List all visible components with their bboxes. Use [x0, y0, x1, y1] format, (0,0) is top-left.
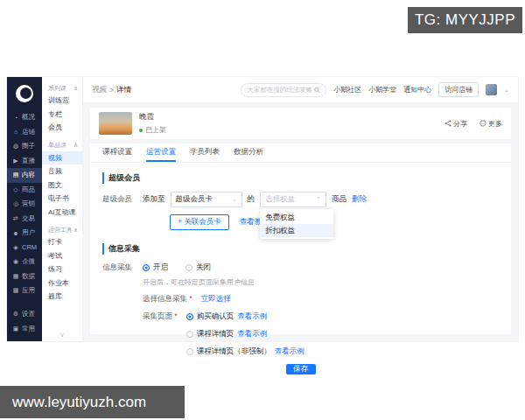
- sidebar-item-apps[interactable]: ▩应用: [7, 284, 42, 298]
- nav-item-camp[interactable]: 训练营: [42, 94, 82, 108]
- breadcrumb-current: 详情: [116, 85, 131, 95]
- chevron-up-icon: ⌃: [316, 196, 321, 203]
- course-meta: 晚霞 已上架: [139, 112, 166, 135]
- nav-item-ai-course[interactable]: AI互动课: [42, 206, 82, 220]
- sidebar-item-data[interactable]: ▦数据: [7, 270, 42, 284]
- content-area: 晚霞 已上架 分享 更多: [83, 103, 518, 341]
- sidebar-item-frequent[interactable]: ▣常用: [7, 322, 42, 337]
- sidebar-item-label: 常用: [22, 325, 35, 333]
- link-notification-center[interactable]: 通知中心: [403, 85, 431, 94]
- more-button[interactable]: 更多: [480, 119, 502, 129]
- nav-item-video[interactable]: 视频: [42, 151, 82, 165]
- sidebar-item-label: 店铺: [22, 128, 35, 136]
- search-box[interactable]: [241, 83, 326, 97]
- nav-item-exam[interactable]: 考试: [42, 249, 82, 263]
- sidebar-item-marketing[interactable]: ◎营销: [7, 197, 42, 212]
- rights-select[interactable]: 选择权益 ⌃: [260, 192, 326, 207]
- page-option-course-detail-optional[interactable]: 课程详情页（非强制） 查看示例: [186, 346, 304, 357]
- nav-item-ebook[interactable]: 电子书: [42, 192, 82, 206]
- member-card-select[interactable]: 超级会员卡 ⌄: [171, 192, 242, 207]
- page-option-purchase-confirm[interactable]: 购买确认页 查看示例: [186, 312, 304, 322]
- radio-off-icon[interactable]: [186, 264, 192, 271]
- sidebar-item-settings[interactable]: ⚙设置: [7, 307, 42, 322]
- radio-disable-label: 关闭: [196, 262, 211, 273]
- sidebar-item-label: 内容: [22, 171, 35, 179]
- chevron-down-icon[interactable]: ⌄: [504, 87, 509, 94]
- nav-group-single[interactable]: 单品课∧: [42, 140, 82, 151]
- radio-off-icon[interactable]: [186, 348, 193, 355]
- marketing-icon: ◎: [12, 200, 19, 207]
- view-example-link[interactable]: 查看示例: [237, 329, 267, 340]
- info-collect-row: 信息采集 开启 关闭: [102, 262, 499, 273]
- link-member-card-button[interactable]: + 关联会员卡: [170, 214, 229, 230]
- collapse-icon: ∧: [74, 227, 78, 234]
- link-xiaoe-community[interactable]: 小鹅社区: [333, 85, 361, 94]
- save-button[interactable]: 保存: [286, 364, 316, 374]
- nav-item-question-bank[interactable]: 题库: [42, 290, 82, 304]
- rights-select-placeholder: 选择权益: [265, 194, 295, 205]
- brand-logo: [16, 85, 33, 102]
- delete-link[interactable]: 删除: [352, 194, 367, 205]
- nav-item-audio[interactable]: 音频: [42, 164, 82, 178]
- shop-icon: ⌂: [12, 129, 19, 135]
- tab-data-analysis[interactable]: 数据分析: [234, 144, 263, 162]
- rights-option-discount[interactable]: 折扣权益: [260, 224, 333, 237]
- more-icon: [480, 120, 486, 127]
- choose-now-link[interactable]: 立即选择: [201, 294, 231, 304]
- nav-more-chevron-icon[interactable]: ∨: [42, 332, 82, 341]
- search-icon: [314, 87, 320, 94]
- course-title: 晚霞: [139, 112, 166, 122]
- trade-icon: ⇄: [12, 215, 19, 222]
- sidebar-item-users[interactable]: ☻用户: [7, 226, 42, 241]
- avatar[interactable]: [486, 84, 497, 95]
- nav-item-article[interactable]: 图文: [42, 178, 82, 192]
- tab-operation-settings[interactable]: 运营设置: [146, 144, 176, 162]
- tab-course-settings[interactable]: 课程设置: [102, 144, 132, 162]
- sidebar-item-goods[interactable]: ◇商品: [7, 183, 42, 198]
- card-actions: 分享 更多: [444, 119, 502, 129]
- sidebar-item-content[interactable]: ▤内容: [7, 168, 42, 183]
- sidebar-item-label: 设置: [22, 310, 35, 318]
- view-example-link[interactable]: 查看示例: [275, 346, 304, 357]
- rights-option-free[interactable]: 免费权益: [260, 211, 333, 224]
- sidebar-item-crm[interactable]: ◈CRM: [7, 241, 42, 256]
- nav-item-column[interactable]: 专栏: [42, 108, 82, 122]
- top-bar: 视频 > 详情 小鹅社区 小鹅学堂 通知中心 访问店铺 ⌄: [83, 77, 518, 103]
- collapse-icon: ∧: [74, 85, 78, 92]
- search-input[interactable]: [247, 86, 312, 94]
- share-icon: [444, 120, 452, 127]
- sidebar-item-live[interactable]: ▶直播: [7, 154, 42, 169]
- visit-shop-button[interactable]: 访问店铺: [438, 82, 479, 97]
- view-example-link[interactable]: 查看示例: [237, 312, 267, 322]
- radio-on-icon[interactable]: [143, 264, 150, 271]
- nav-item-checkin[interactable]: 打卡: [42, 235, 82, 249]
- nav-group-series[interactable]: 系列课∧: [42, 82, 82, 94]
- sidebar-item-trade[interactable]: ⇄交易: [7, 212, 42, 227]
- radio-enable[interactable]: 开启: [143, 262, 168, 273]
- status-dot-icon: [139, 129, 143, 132]
- settings-panel: 课程设置 运营设置 学员列表 数据分析 超级会员 超级会员 添加至 超级会员卡 …: [90, 144, 511, 334]
- more-label: 更多: [488, 119, 502, 129]
- radio-on-icon[interactable]: [186, 313, 193, 320]
- tab-student-list[interactable]: 学员列表: [190, 144, 220, 162]
- page-option-course-detail[interactable]: 课程详情页 查看示例: [186, 329, 304, 340]
- breadcrumb-parent[interactable]: 视频: [92, 85, 107, 95]
- sidebar-item-label: 数据: [22, 272, 35, 281]
- page-option-label: 购买确认页: [197, 312, 234, 322]
- share-button[interactable]: 分享: [444, 119, 467, 129]
- member-card-actions: + 关联会员卡 查看教程: [170, 214, 499, 230]
- nav-group-tools[interactable]: 运营工具∧: [42, 224, 82, 235]
- nav-item-member[interactable]: 会员: [42, 121, 82, 135]
- primary-sidebar: ◔概况 ⌂店铺 ◍圈子 ▶直播 ▤内容 ◇商品 ◎营销 ⇄交易 ☻用户 ◈CRM…: [7, 77, 42, 341]
- nav-item-homework[interactable]: 作业本: [42, 276, 82, 290]
- radio-off-icon[interactable]: [186, 331, 193, 338]
- link-xiaoe-academy[interactable]: 小鹅学堂: [368, 85, 396, 94]
- nav-item-practice[interactable]: 练习: [42, 262, 82, 276]
- course-thumbnail: [99, 112, 132, 135]
- radio-disable[interactable]: 关闭: [186, 262, 211, 273]
- sidebar-item-overview[interactable]: ◔概况: [7, 110, 42, 125]
- sidebar-item-wecom[interactable]: ◉企微: [7, 255, 42, 270]
- topbar-right: 小鹅社区 小鹅学堂 通知中心 访问店铺 ⌄: [241, 82, 509, 97]
- sidebar-item-community[interactable]: ◍圈子: [7, 139, 42, 154]
- sidebar-item-shop[interactable]: ⌂店铺: [7, 125, 42, 140]
